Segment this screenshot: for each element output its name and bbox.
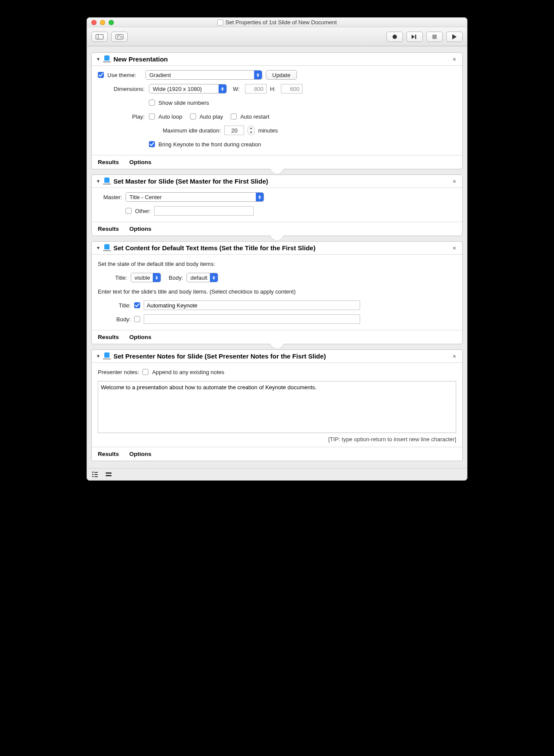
step-set-presenter-notes: ▼ Set Presenter Notes for Slide (Set Pre… bbox=[91, 349, 463, 461]
other-label: Other: bbox=[135, 208, 151, 214]
options-toggle[interactable]: Options bbox=[129, 451, 151, 457]
max-idle-input[interactable] bbox=[224, 126, 244, 135]
close-window-button[interactable] bbox=[91, 20, 97, 25]
window-title-text: Set Properties of 1st Slide of New Docum… bbox=[225, 19, 337, 26]
master-label: Master: bbox=[98, 194, 122, 200]
height-label: H: bbox=[270, 86, 277, 92]
media-button[interactable] bbox=[111, 32, 128, 42]
options-toggle[interactable]: Options bbox=[129, 334, 151, 340]
svg-point-3 bbox=[393, 35, 397, 39]
titlebar: Set Properties of 1st Slide of New Docum… bbox=[87, 18, 467, 27]
dimensions-label: Dimensions: bbox=[98, 86, 145, 92]
apply-body-checkbox[interactable] bbox=[134, 316, 140, 322]
window-controls bbox=[87, 20, 114, 25]
title-text-label: Title: bbox=[115, 302, 131, 309]
disclosure-triangle[interactable]: ▼ bbox=[96, 246, 100, 250]
use-theme-label: Use theme: bbox=[107, 72, 142, 78]
body-state-select[interactable]: default bbox=[187, 273, 218, 282]
auto-play-label: Auto play bbox=[200, 113, 223, 120]
log-view-button[interactable] bbox=[92, 472, 98, 477]
other-master-input[interactable] bbox=[154, 206, 254, 216]
presenter-notes-textarea[interactable] bbox=[98, 381, 456, 433]
step-title: New Presentation bbox=[113, 55, 448, 63]
remove-step-button[interactable]: × bbox=[451, 56, 458, 63]
show-slide-numbers-checkbox[interactable] bbox=[149, 100, 155, 106]
disclosure-triangle[interactable]: ▼ bbox=[96, 179, 100, 184]
record-button[interactable] bbox=[387, 32, 403, 42]
title-text-input[interactable] bbox=[144, 300, 360, 310]
svg-rect-0 bbox=[96, 34, 103, 39]
svg-rect-5 bbox=[415, 35, 416, 39]
automator-window: Set Properties of 1st Slide of New Docum… bbox=[87, 17, 467, 481]
step-new-presentation: ▼ New Presentation × Use theme: Gradient… bbox=[91, 52, 463, 169]
bottom-bar bbox=[87, 468, 467, 480]
svg-rect-6 bbox=[432, 35, 437, 39]
auto-restart-checkbox[interactable] bbox=[231, 113, 237, 120]
height-input[interactable] bbox=[281, 84, 303, 94]
remove-step-button[interactable]: × bbox=[451, 353, 458, 360]
append-notes-checkbox[interactable] bbox=[142, 369, 148, 375]
bring-front-checkbox[interactable] bbox=[149, 141, 155, 147]
play-label: Play: bbox=[98, 113, 145, 120]
step-set-content: ▼ Set Content for Default Text Items (Se… bbox=[91, 241, 463, 344]
auto-play-checkbox[interactable] bbox=[190, 113, 196, 120]
state-intro-text: Set the state of the default title and b… bbox=[98, 261, 215, 267]
workflow-view-button[interactable] bbox=[106, 472, 112, 476]
auto-restart-label: Auto restart bbox=[240, 113, 269, 120]
svg-marker-4 bbox=[412, 35, 415, 39]
append-notes-label: Append to any existing notes bbox=[152, 369, 224, 375]
disclosure-triangle[interactable]: ▼ bbox=[96, 57, 100, 61]
zoom-window-button[interactable] bbox=[109, 20, 114, 25]
toggle-library-button[interactable] bbox=[91, 32, 108, 42]
step-title: Set Presenter Notes for Slide (Set Prese… bbox=[113, 352, 448, 360]
max-idle-unit: minutes bbox=[258, 127, 278, 134]
show-slide-numbers-label: Show slide numbers bbox=[158, 100, 209, 106]
body-text-input[interactable] bbox=[144, 314, 360, 324]
window-title: Set Properties of 1st Slide of New Docum… bbox=[87, 19, 467, 26]
options-toggle[interactable]: Options bbox=[129, 226, 151, 232]
keynote-icon bbox=[103, 56, 111, 62]
use-theme-checkbox[interactable] bbox=[98, 72, 104, 78]
workflow-area: ▼ New Presentation × Use theme: Gradient… bbox=[87, 46, 467, 468]
keynote-icon bbox=[103, 178, 111, 184]
step-button[interactable] bbox=[406, 32, 423, 42]
svg-marker-7 bbox=[452, 34, 457, 39]
title-state-label: Title: bbox=[115, 275, 127, 281]
options-toggle[interactable]: Options bbox=[129, 159, 151, 165]
stop-button[interactable] bbox=[426, 32, 443, 42]
dimensions-select[interactable]: Wide (1920 x 1080) bbox=[149, 84, 227, 94]
minimize-window-button[interactable] bbox=[100, 20, 105, 25]
theme-select[interactable]: Gradient bbox=[145, 70, 262, 80]
results-toggle[interactable]: Results bbox=[98, 451, 119, 457]
auto-loop-label: Auto loop bbox=[158, 113, 182, 120]
apply-title-checkbox[interactable] bbox=[134, 302, 140, 308]
remove-step-button[interactable]: × bbox=[451, 245, 458, 252]
remove-step-button[interactable]: × bbox=[451, 178, 458, 185]
title-state-select[interactable]: visible bbox=[131, 273, 161, 282]
width-input[interactable] bbox=[245, 84, 267, 94]
bring-front-label: Bring Keynote to the front during creati… bbox=[158, 141, 261, 148]
max-idle-stepper[interactable] bbox=[248, 126, 254, 135]
document-icon bbox=[217, 19, 223, 26]
body-state-label: Body: bbox=[169, 275, 183, 281]
step-title: Set Content for Default Text Items (Set … bbox=[113, 244, 448, 252]
keynote-icon bbox=[103, 353, 111, 359]
results-toggle[interactable]: Results bbox=[98, 159, 119, 165]
master-select[interactable]: Title - Center bbox=[126, 192, 264, 202]
results-toggle[interactable]: Results bbox=[98, 226, 119, 232]
results-toggle[interactable]: Results bbox=[98, 334, 119, 340]
other-master-checkbox[interactable] bbox=[126, 208, 132, 214]
update-button[interactable]: Update bbox=[266, 70, 297, 80]
tip-text: [TIP: type option-return to insert new l… bbox=[98, 436, 456, 443]
max-idle-label: Maximum idle duration: bbox=[163, 127, 221, 134]
disclosure-triangle[interactable]: ▼ bbox=[96, 354, 100, 359]
enter-intro-text: Enter text for the slide's title and bod… bbox=[98, 288, 296, 295]
width-label: W: bbox=[233, 86, 242, 92]
body-text-label: Body: bbox=[115, 316, 131, 323]
auto-loop-checkbox[interactable] bbox=[149, 113, 155, 120]
run-button[interactable] bbox=[446, 32, 463, 42]
step-title: Set Master for Slide (Set Master for the… bbox=[113, 178, 448, 185]
keynote-icon bbox=[103, 245, 111, 251]
step-set-master: ▼ Set Master for Slide (Set Master for t… bbox=[91, 174, 463, 236]
presenter-notes-label: Presenter notes: bbox=[98, 369, 139, 375]
